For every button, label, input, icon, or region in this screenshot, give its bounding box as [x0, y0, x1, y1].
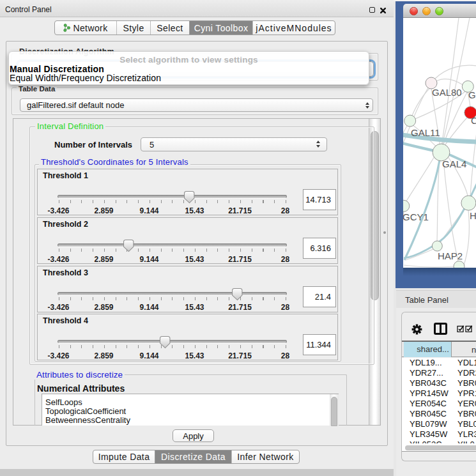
svg-text:GAL4: GAL4	[442, 158, 466, 169]
svg-text:HAP2: HAP2	[438, 250, 463, 261]
svg-text:GAL80: GAL80	[432, 87, 462, 98]
svg-text:H: H	[470, 210, 476, 221]
svg-text:GCY1: GCY1	[403, 211, 429, 222]
svg-text:G.: G.	[468, 89, 476, 100]
svg-text:GAL11: GAL11	[411, 127, 440, 138]
svg-text:C: C	[471, 115, 476, 126]
